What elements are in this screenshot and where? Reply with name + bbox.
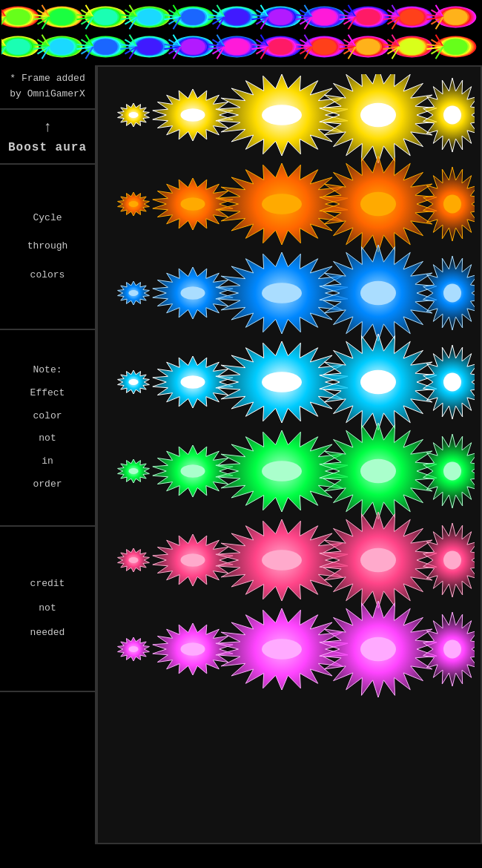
colors-text: colors	[4, 268, 90, 283]
cycle-section: Cycle through colors	[0, 165, 95, 330]
aura-sprites-canvas	[104, 74, 475, 753]
credit-line1: credit	[4, 576, 90, 592]
effect-line1: Effect	[4, 386, 90, 401]
sidebar: * Frame added by OmniGamerX ↑ Boost aura…	[0, 65, 96, 844]
note-label: Note:	[4, 363, 90, 378]
credit-line2: not	[4, 601, 90, 617]
effect-line5: order	[4, 477, 90, 493]
note-section: Note: Effect color not in order	[0, 330, 95, 526]
main-layout: * Frame added by OmniGamerX ↑ Boost aura…	[0, 65, 482, 844]
sidebar-bottom-spacer	[0, 692, 95, 844]
frame-credit-text: * Frame added by OmniGamerX	[4, 71, 90, 102]
effect-line2: color	[4, 409, 90, 424]
boost-section: ↑ Boost aura	[0, 110, 95, 165]
effect-line4: in	[4, 454, 90, 470]
credit-section: credit not needed	[0, 527, 95, 692]
effect-line3: not	[4, 431, 90, 447]
top-fish-canvas	[1, 3, 482, 62]
boost-label: Boost aura	[4, 139, 90, 158]
credit-line3: needed	[4, 625, 90, 641]
cycle-text: Cycle	[4, 211, 90, 226]
content-area	[96, 65, 482, 844]
arrow-up-icon: ↑	[4, 119, 90, 136]
frame-credit-section: * Frame added by OmniGamerX	[0, 65, 95, 110]
top-fish-rows	[0, 0, 482, 65]
through-text: through	[4, 239, 90, 254]
